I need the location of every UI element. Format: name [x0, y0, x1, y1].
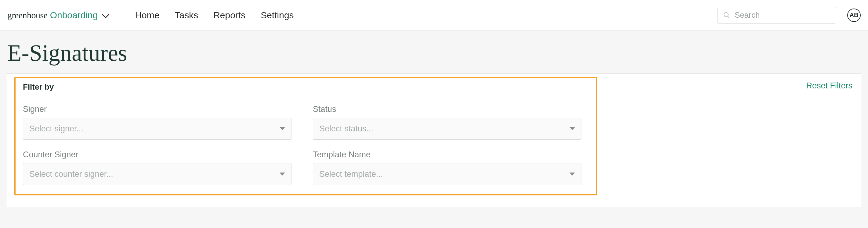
nav-settings[interactable]: Settings — [261, 10, 293, 21]
chevron-down-icon — [102, 14, 109, 18]
filter-by-label: Filter by — [23, 82, 589, 92]
nav-home[interactable]: Home — [135, 10, 159, 21]
primary-nav: Home Tasks Reports Settings — [135, 10, 293, 21]
caret-down-icon — [280, 173, 285, 176]
counter-signer-select[interactable]: Select counter signer... — [23, 163, 291, 185]
filter-field-template-name: Template Name Select template... — [313, 150, 581, 185]
template-name-select[interactable]: Select template... — [313, 163, 581, 185]
signer-select[interactable]: Select signer... — [23, 118, 291, 140]
caret-down-icon — [280, 127, 285, 130]
filter-field-counter-signer: Counter Signer Select counter signer... — [23, 150, 291, 185]
search-box[interactable] — [717, 7, 836, 24]
template-name-placeholder: Select template... — [319, 169, 569, 179]
filter-highlight-region: Filter by Signer Select signer... Status… — [14, 77, 597, 195]
top-navbar: greenhouse Onboarding Home Tasks Reports… — [0, 0, 868, 31]
svg-line-1 — [727, 16, 730, 18]
page-body: E-Signatures Filter by Signer Select sig… — [0, 31, 868, 228]
counter-signer-label: Counter Signer — [23, 150, 291, 159]
search-icon — [723, 11, 730, 19]
brand-onboarding-text: Onboarding — [50, 10, 98, 21]
page-title: E-Signatures — [6, 31, 862, 73]
filter-field-signer: Signer Select signer... — [23, 105, 291, 140]
signer-placeholder: Select signer... — [29, 124, 280, 134]
caret-down-icon — [569, 127, 575, 130]
avatar-initials: AB — [850, 11, 859, 18]
status-placeholder: Select status... — [319, 124, 569, 134]
counter-signer-placeholder: Select counter signer... — [29, 169, 280, 179]
filter-grid: Signer Select signer... Status Select st… — [23, 105, 589, 185]
signer-label: Signer — [23, 105, 291, 114]
avatar[interactable]: AB — [847, 8, 861, 22]
status-label: Status — [313, 105, 581, 114]
brand-greenhouse-text: greenhouse — [7, 10, 48, 21]
filter-card: Filter by Signer Select signer... Status… — [6, 73, 862, 207]
reset-filters-link[interactable]: Reset Filters — [806, 81, 852, 90]
status-select[interactable]: Select status... — [313, 118, 581, 140]
filter-field-status: Status Select status... — [313, 105, 581, 140]
caret-down-icon — [569, 173, 575, 176]
template-name-label: Template Name — [313, 150, 581, 159]
brand-switcher[interactable]: greenhouse Onboarding — [7, 10, 109, 21]
search-input[interactable] — [735, 10, 831, 20]
nav-reports[interactable]: Reports — [213, 10, 245, 21]
nav-tasks[interactable]: Tasks — [175, 10, 198, 21]
